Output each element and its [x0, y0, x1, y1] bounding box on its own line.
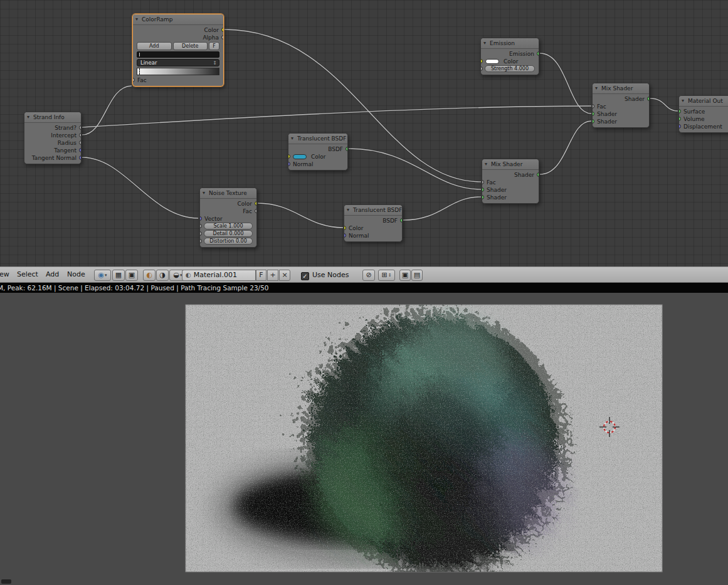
node-mix-shader-right[interactable]: ▾ Mix Shader Shader Fac Shader Shader: [592, 83, 650, 128]
pin-button[interactable]: ▣: [125, 270, 138, 281]
socket-shader2-input[interactable]: [482, 195, 484, 199]
socket-fac-input[interactable]: [593, 104, 594, 108]
grid-button[interactable]: ▦: [112, 270, 125, 281]
collapse-icon[interactable]: ▾: [135, 14, 138, 24]
collapse-icon[interactable]: ▾: [682, 96, 684, 106]
color-swatch[interactable]: [293, 154, 307, 159]
collapse-icon[interactable]: ▾: [485, 159, 487, 169]
socket-fac-output[interactable]: [255, 209, 256, 213]
socket-color-output[interactable]: [221, 28, 223, 32]
socket-color-output[interactable]: [255, 201, 256, 206]
use-nodes-toggle[interactable]: ✓Use Nodes: [301, 270, 349, 280]
node-header[interactable]: ▾ Translucent BSDF: [288, 134, 347, 144]
socket-fac-input[interactable]: [482, 180, 484, 184]
menu-view[interactable]: ew: [0, 267, 13, 282]
socket-detail-input[interactable]: [200, 231, 202, 236]
colorramp-band[interactable]: [137, 51, 219, 58]
color-swatch[interactable]: [485, 59, 499, 64]
menu-node[interactable]: Node: [64, 267, 88, 282]
node-translucent-bsdf-bottom[interactable]: ▾ Translucent BSDF BSDF Color Normal: [344, 204, 403, 242]
node-header[interactable]: ▾ Mix Shader: [482, 159, 539, 170]
node-header[interactable]: ▾ ColorRamp: [133, 14, 223, 25]
socket-strand-output[interactable]: [79, 125, 81, 130]
collapse-icon[interactable]: ▾: [203, 188, 205, 198]
socket-shader-output[interactable]: [647, 97, 649, 101]
fake-user-button[interactable]: F: [256, 270, 266, 281]
socket-color-input[interactable]: [344, 226, 346, 230]
node-strand-info[interactable]: ▾ Strand Info Strand? Intercept Radius T…: [24, 112, 82, 164]
socket-tangent-output[interactable]: [79, 148, 81, 152]
editor-type-button[interactable]: ◉▾: [94, 270, 111, 281]
node-header[interactable]: ▾ Mix Shader: [593, 83, 649, 94]
material-ball-button[interactable]: ◐: [143, 270, 156, 281]
ramp-stop-marker[interactable]: [139, 53, 140, 56]
socket-shader1-input[interactable]: [482, 187, 484, 192]
socket-strength-input[interactable]: [481, 66, 483, 71]
socket-emission-output[interactable]: [537, 51, 539, 56]
socket-shader1-input[interactable]: [593, 112, 594, 116]
socket-radius-output[interactable]: [79, 140, 81, 145]
socket-displacement-input[interactable]: [679, 124, 681, 129]
socket-tangent-normal-output[interactable]: [79, 155, 81, 160]
node-header[interactable]: ▾ Strand Info: [24, 112, 81, 123]
distortion-slider[interactable]: Distortion 0.00: [204, 238, 253, 245]
delete-stop-button[interactable]: Delete: [173, 42, 208, 50]
node-header[interactable]: ▾ Noise Texture: [200, 188, 256, 199]
socket-normal-input[interactable]: [344, 233, 346, 238]
collapse-icon[interactable]: ▾: [595, 83, 598, 93]
socket-normal-input[interactable]: [288, 162, 290, 166]
node-noise-texture[interactable]: ▾ Noise Texture Color Fac Vector Scale 1…: [199, 187, 257, 248]
socket-bsdf-output[interactable]: [346, 147, 347, 151]
collapse-icon[interactable]: ▾: [483, 38, 486, 48]
copy-node-button[interactable]: ▣: [399, 270, 411, 281]
node-mix-shader-left[interactable]: ▾ Mix Shader Shader Fac Shader Shader: [482, 159, 539, 204]
socket-color-input[interactable]: [481, 59, 483, 63]
material-name-field[interactable]: ◐Material.001: [182, 270, 256, 281]
3d-viewport[interactable]: [0, 293, 728, 585]
paste-node-button[interactable]: ▤: [411, 270, 423, 281]
new-material-button[interactable]: +: [267, 270, 278, 281]
socket-bsdf-output[interactable]: [400, 218, 402, 223]
gradient-stop-handle[interactable]: [139, 68, 140, 75]
output-alpha: Alpha: [133, 34, 223, 41]
socket-fac-input[interactable]: [133, 78, 135, 82]
socket-distortion-input[interactable]: [200, 239, 202, 243]
socket-intercept-output[interactable]: [79, 133, 81, 137]
node-translucent-bsdf-top[interactable]: ▾ Translucent BSDF BSDF Color Normal: [288, 133, 348, 171]
socket-alpha-output[interactable]: [221, 35, 223, 40]
texture-ball-button[interactable]: ◑: [156, 270, 169, 281]
node-emission[interactable]: ▾ Emission Emission Color Strength 4.000: [480, 38, 539, 75]
menu-select[interactable]: Select: [14, 267, 41, 282]
socket-surface-input[interactable]: [679, 109, 681, 113]
colorramp-gradient[interactable]: [137, 68, 219, 75]
checkbox-checked-icon[interactable]: ✓: [301, 272, 309, 280]
dropdown-icon: ▾: [105, 273, 107, 278]
area-corner-widget[interactable]: [1, 579, 11, 584]
socket-shader-output[interactable]: [537, 172, 539, 177]
socket-color-input[interactable]: [288, 154, 290, 159]
node-header[interactable]: ▾ Material Out: [679, 96, 728, 107]
scale-slider[interactable]: Scale 1.000: [204, 223, 253, 229]
detail-slider[interactable]: Detail 0.000: [204, 230, 253, 237]
snap-button[interactable]: ⊘: [362, 270, 375, 281]
background-button[interactable]: ⊞↕: [378, 270, 395, 281]
menu-add[interactable]: Add: [43, 267, 62, 282]
socket-volume-input[interactable]: [679, 117, 681, 121]
add-stop-button[interactable]: Add: [137, 42, 172, 50]
node-editor-area[interactable]: ▾ ColorRamp Color Alpha Add Delete F: [0, 0, 728, 266]
collapse-icon[interactable]: ▾: [27, 112, 29, 122]
node-colorramp[interactable]: ▾ ColorRamp Color Alpha Add Delete F: [132, 14, 224, 87]
socket-shader2-input[interactable]: [593, 119, 594, 124]
socket-scale-input[interactable]: [200, 224, 202, 228]
interpolation-dropdown[interactable]: Linear ↕: [137, 59, 219, 66]
shading-ball-icon: ◒: [173, 270, 179, 280]
node-header[interactable]: ▾ Emission: [481, 38, 539, 49]
unlink-material-button[interactable]: ×: [279, 270, 290, 281]
collapse-icon[interactable]: ▾: [291, 134, 293, 144]
strength-slider[interactable]: Strength 4.000: [485, 65, 535, 72]
node-material-output[interactable]: ▾ Material Out Surface Volume Displaceme…: [678, 95, 728, 133]
socket-vector-input[interactable]: [200, 216, 202, 221]
node-header[interactable]: ▾ Translucent BSDF: [344, 205, 402, 216]
collapse-icon[interactable]: ▾: [347, 205, 349, 215]
fake-user-button[interactable]: F: [209, 42, 219, 50]
